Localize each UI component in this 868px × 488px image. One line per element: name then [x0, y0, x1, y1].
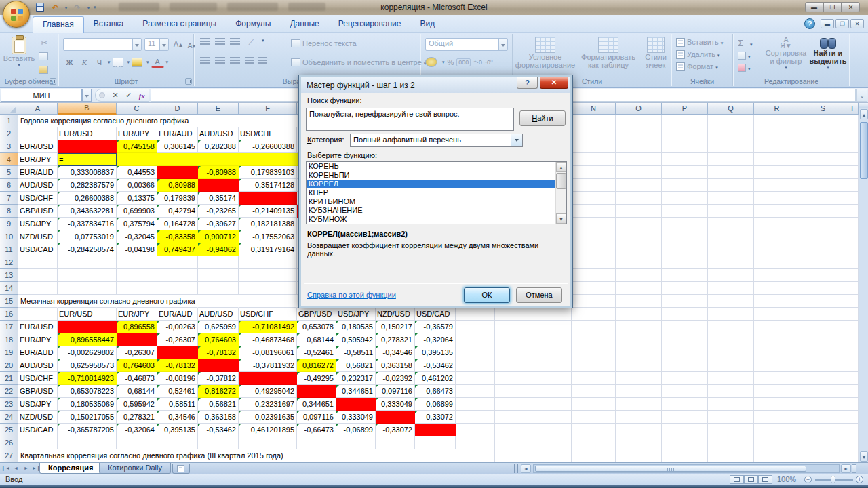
cell-R13[interactable] [754, 269, 800, 282]
cell-J23[interactable]: -0,06899 [415, 398, 456, 411]
cell-G22[interactable] [297, 385, 336, 398]
accounting-format-button[interactable] [425, 57, 437, 67]
cell-P13[interactable] [662, 269, 708, 282]
function-list-item[interactable]: КОРРЕЛ [307, 180, 566, 188]
cell-N7[interactable] [572, 192, 616, 205]
cell-Q15[interactable] [708, 295, 754, 308]
cell-F3[interactable]: -0,26600388 [239, 140, 297, 153]
align-center-icon[interactable] [215, 57, 225, 64]
cell-B7[interactable]: -0,26600388 [58, 192, 117, 205]
font-color-dropdown-icon[interactable]: ▾ [166, 60, 169, 65]
cell-E15[interactable] [198, 295, 239, 308]
cell-A13[interactable] [18, 269, 58, 282]
dialog-close-button[interactable]: ✕ [540, 77, 568, 89]
cell-O22[interactable] [616, 385, 662, 398]
cell-B22[interactable]: 0,653078223 [58, 385, 117, 398]
align-bottom-icon[interactable] [230, 38, 240, 45]
cell-C21[interactable]: -0,46873 [117, 372, 157, 385]
cell-R6[interactable] [754, 179, 800, 192]
align-top-icon[interactable] [200, 38, 210, 45]
cell-S16[interactable] [800, 308, 846, 321]
cell-Q14[interactable] [708, 282, 754, 295]
cell-N19[interactable] [572, 346, 616, 359]
cell-E11[interactable]: -0,94062 [198, 243, 239, 256]
function-list-item[interactable]: КОРЕНЬПИ [307, 171, 566, 180]
cell-R4[interactable] [754, 153, 800, 166]
vertical-scroll-thumb[interactable] [860, 122, 868, 179]
cell-J20[interactable]: -0,53462 [415, 359, 456, 372]
decrease-indent-icon[interactable] [245, 57, 254, 64]
cell-E21[interactable]: -0,37812 [198, 372, 239, 385]
cell-T22[interactable] [846, 385, 859, 398]
cell-K19[interactable] [456, 346, 495, 359]
name-box-dropdown-icon[interactable] [82, 89, 92, 102]
cell-N22[interactable] [572, 385, 616, 398]
cell-B13[interactable] [58, 269, 117, 282]
cell-N5[interactable] [572, 166, 616, 179]
cell-J27[interactable] [415, 449, 456, 462]
cell-H27[interactable] [336, 449, 376, 462]
cell-C19[interactable]: -0,26307 [117, 346, 157, 359]
cell-T4[interactable] [846, 153, 859, 166]
cell-R14[interactable] [754, 282, 800, 295]
cell-O21[interactable] [616, 372, 662, 385]
column-header-E[interactable]: E [198, 103, 239, 115]
ribbon-tab-4[interactable]: Данные [280, 16, 328, 33]
ribbon-tab-6[interactable]: Вид [410, 16, 444, 33]
cell-D13[interactable] [157, 269, 198, 282]
cell-T5[interactable] [846, 166, 859, 179]
cell-K21[interactable] [456, 372, 495, 385]
cell-S19[interactable] [800, 346, 846, 359]
cell-H24[interactable]: 0,333049 [336, 411, 376, 424]
scroll-right-icon[interactable]: ► [841, 464, 851, 473]
cell-B10[interactable]: 0,07753019 [58, 230, 117, 243]
cell-S27[interactable] [800, 449, 846, 462]
cell-D20[interactable]: -0,78132 [157, 359, 198, 372]
cell-B24[interactable]: 0,150217055 [58, 411, 117, 424]
cell-N8[interactable] [572, 205, 616, 218]
cell-F23[interactable]: 0,23231697 [239, 398, 297, 411]
cell-P18[interactable] [662, 333, 708, 346]
cell-F5[interactable]: 0,179839103 [239, 166, 297, 179]
cell-K17[interactable] [456, 321, 495, 333]
cell-S7[interactable] [800, 192, 846, 205]
cell-R1[interactable] [754, 115, 800, 127]
cell-P23[interactable] [662, 398, 708, 411]
cell-O17[interactable] [616, 321, 662, 333]
cell-E13[interactable] [198, 269, 239, 282]
cell-F10[interactable]: -0,17552063 [239, 230, 297, 243]
cell-A26[interactable] [18, 436, 58, 449]
cell-R8[interactable] [754, 205, 800, 218]
row-header-7[interactable]: 7 [0, 192, 18, 205]
cell-N6[interactable] [572, 179, 616, 192]
cell-C9[interactable]: 0,375794 [117, 218, 157, 230]
cell-A6[interactable]: AUD/USD [18, 179, 58, 192]
column-header-C[interactable]: C [117, 103, 157, 115]
zoom-level[interactable]: 100% [777, 475, 796, 483]
cell-A17[interactable]: EUR/USD [18, 321, 58, 333]
cell-H20[interactable]: 0,56821 [336, 359, 376, 372]
cell-M23[interactable] [534, 398, 572, 411]
list-scroll-down-icon[interactable]: ▼ [556, 214, 566, 224]
cell-B18[interactable]: 0,896558447 [58, 333, 117, 346]
cell-S6[interactable] [800, 179, 846, 192]
cell-P8[interactable] [662, 205, 708, 218]
function-list-scrollbar[interactable]: ▲ ▼ [555, 162, 566, 224]
cell-E23[interactable]: 0,56821 [198, 398, 239, 411]
cell-I22[interactable]: 0,097116 [376, 385, 415, 398]
cell-N26[interactable] [572, 436, 616, 449]
cell-S14[interactable] [800, 282, 846, 295]
cell-C7[interactable]: -0,13375 [117, 192, 157, 205]
row-header-26[interactable]: 26 [0, 436, 18, 449]
row-header-4[interactable]: 4 [0, 153, 18, 166]
cell-I27[interactable] [376, 449, 415, 462]
page-layout-view-button[interactable] [744, 475, 758, 484]
cell-A21[interactable]: USD/CHF [18, 372, 58, 385]
cell-O8[interactable] [616, 205, 662, 218]
font-color-button[interactable]: А [151, 56, 164, 68]
cell-C25[interactable]: -0,32064 [117, 424, 157, 436]
zoom-out-button[interactable]: − [804, 476, 812, 483]
row-header-2[interactable]: 2 [0, 127, 18, 140]
cell-C17[interactable]: 0,896558 [117, 321, 157, 333]
redo-button[interactable]: ↷ [71, 2, 83, 13]
